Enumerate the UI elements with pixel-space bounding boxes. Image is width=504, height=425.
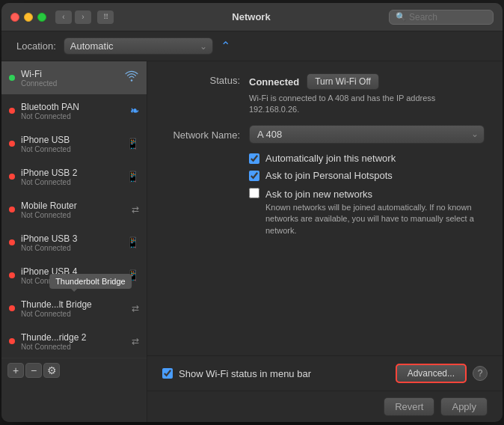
network-status-tb-bridge: Not Connected [21, 310, 126, 318]
status-dot-iphone-usb-2 [9, 174, 15, 180]
network-name-select-wrapper: A 408 [249, 125, 485, 144]
auto-join-checkbox[interactable] [249, 153, 259, 164]
apply-button[interactable]: Apply [440, 397, 488, 416]
personal-hotspot-label: Ask to join Personal Hotspots [265, 170, 393, 181]
status-value: Connected [249, 76, 299, 88]
advanced-button[interactable]: Advanced... [396, 364, 467, 383]
network-status-bt: Not Connected [21, 112, 124, 120]
wifi-off-button[interactable]: Turn Wi-Fi Off [307, 73, 379, 90]
location-arrow-icon: ⌃ [221, 39, 230, 53]
revert-button[interactable]: Revert [384, 397, 434, 416]
network-name-iphone-usb-4: iPhone USB 4 [21, 266, 120, 277]
phone-icon-usb-3: 📱 [126, 236, 139, 248]
forward-button[interactable]: › [75, 10, 91, 24]
help-button[interactable]: ? [473, 366, 488, 381]
sidebar-controls: + − ⚙ [1, 358, 147, 382]
auto-join-row: Automatically join this network [249, 153, 485, 164]
new-networks-row: Ask to join new networks Known networks … [249, 187, 485, 236]
phone-icon-usb-4: 📱 [126, 269, 139, 281]
sidebar-item-iphone-usb-2[interactable]: iPhone USB 2 Not Connected 📱 [1, 160, 147, 193]
network-status-iphone-usb-4: Not Connected [21, 277, 120, 285]
network-name-iphone-usb-2: iPhone USB 2 [21, 168, 120, 178]
sidebar-item-iphone-usb[interactable]: iPhone USB Not Connected 📱 [1, 127, 147, 160]
network-name-bt: Bluetooth PAN [21, 102, 124, 112]
show-wifi-label: Show Wi-Fi status in menu bar [179, 368, 311, 379]
wifi-icon [124, 70, 139, 85]
search-input[interactable] [409, 12, 487, 22]
location-bar: Location: Automatic ⌃ [1, 31, 503, 61]
status-content: Connected Turn Wi-Fi Off Wi-Fi is connec… [249, 73, 458, 116]
checkboxes-section: Automatically join this network Ask to j… [249, 153, 485, 236]
right-area: Status: Connected Turn Wi-Fi Off Wi-Fi i… [147, 61, 503, 422]
search-box[interactable]: 🔍 [389, 10, 494, 25]
sidebar-item-thunderbolt-bridge[interactable]: Thunde...lt Bridge Not Connected Thunder… [1, 292, 147, 325]
network-info-mobile-router: Mobile Router Not Connected [21, 201, 126, 219]
status-dot-bt [9, 108, 15, 114]
network-name-iphone-usb: iPhone USB [21, 135, 120, 145]
remove-network-button[interactable]: − [25, 363, 42, 378]
sidebar-item-iphone-usb-3[interactable]: iPhone USB 3 Not Connected 📱 [1, 226, 147, 259]
network-name-field-label: Network Name: [165, 128, 240, 141]
network-status-wifi: Connected [21, 79, 118, 88]
network-info-iphone-usb-2: iPhone USB 2 Not Connected [21, 168, 120, 186]
route-icon-tb-2: ⇄ [132, 336, 139, 346]
status-dot-iphone-usb [9, 141, 15, 147]
network-name-mobile-router: Mobile Router [21, 201, 126, 211]
sidebar-item-mobile-router[interactable]: Mobile Router Not Connected ⇄ [1, 193, 147, 226]
network-name-row: Network Name: A 408 [165, 125, 485, 144]
status-description: Wi-Fi is connected to A 408 and has the … [249, 93, 458, 116]
network-info-tb-bridge: Thunde...lt Bridge Not Connected [21, 299, 126, 318]
status-dot-wifi [9, 75, 15, 81]
traffic-lights [10, 13, 46, 22]
location-label: Location: [16, 40, 56, 52]
network-info-wifi: Wi-Fi Connected [21, 69, 118, 88]
titlebar: ‹ › ⠿ Network 🔍 [1, 3, 503, 31]
bottom-right: Advanced... ? [396, 364, 488, 383]
back-button[interactable]: ‹ [55, 10, 72, 24]
personal-hotspot-row: Ask to join Personal Hotspots [249, 170, 485, 181]
network-status-mobile-router: Not Connected [21, 211, 126, 219]
network-window: ‹ › ⠿ Network 🔍 Location: Automatic ⌃ Wi… [1, 3, 503, 422]
grid-button[interactable]: ⠿ [97, 10, 114, 24]
phone-icon-usb-2: 📱 [126, 171, 139, 183]
add-network-button[interactable]: + [7, 363, 24, 378]
network-info-tb-bridge-2: Thunde...ridge 2 Not Connected [21, 332, 126, 351]
search-icon: 🔍 [396, 12, 406, 22]
footer-buttons: Revert Apply [147, 391, 503, 422]
status-row: Status: Connected Turn Wi-Fi Off Wi-Fi i… [165, 73, 485, 116]
auto-join-label: Automatically join this network [265, 153, 396, 164]
new-networks-checkbox[interactable] [249, 188, 259, 198]
body-area: Wi-Fi Connected Bluetooth PAN [1, 61, 503, 422]
window-title: Network [114, 11, 389, 22]
settings-button[interactable]: ⚙ [43, 363, 60, 378]
network-status-tb-bridge-2: Not Connected [21, 343, 126, 351]
network-name-tb-bridge: Thunde...lt Bridge [21, 299, 126, 310]
right-panel: Status: Connected Turn Wi-Fi Off Wi-Fi i… [147, 61, 503, 355]
sidebar-item-bluetooth-pan[interactable]: Bluetooth PAN Not Connected ❧ [1, 94, 147, 127]
bluetooth-icon: ❧ [130, 105, 139, 117]
location-select[interactable]: Automatic [64, 37, 213, 55]
status-dot-iphone-usb-4 [9, 272, 15, 278]
status-dot-tb-bridge [9, 305, 15, 311]
personal-hotspot-checkbox[interactable] [249, 171, 259, 181]
status-dot-iphone-usb-3 [9, 239, 15, 245]
network-name-tb-bridge-2: Thunde...ridge 2 [21, 332, 126, 343]
network-name-iphone-usb-3: iPhone USB 3 [21, 233, 120, 244]
network-info-bt: Bluetooth PAN Not Connected [21, 102, 124, 120]
phone-icon-usb: 📱 [126, 138, 139, 150]
network-name-select[interactable]: A 408 [249, 125, 485, 144]
sidebar-item-iphone-usb-4[interactable]: iPhone USB 4 Not Connected 📱 [1, 259, 147, 292]
maximize-button[interactable] [37, 13, 46, 22]
status-dot-tb-bridge-2 [9, 338, 15, 344]
route-icon-tb: ⇄ [132, 303, 139, 314]
new-networks-label: Ask to join new networks [265, 189, 372, 200]
minimize-button[interactable] [24, 13, 33, 22]
close-button[interactable] [10, 13, 19, 22]
sidebar-item-thunderbolt-bridge-2[interactable]: Thunde...ridge 2 Not Connected ⇄ [1, 325, 147, 358]
location-select-wrapper: Automatic [64, 37, 213, 55]
show-wifi-checkbox[interactable] [162, 368, 173, 379]
sidebar-item-wifi[interactable]: Wi-Fi Connected [1, 61, 147, 94]
new-networks-desc: Known networks will be joined automatica… [265, 202, 475, 236]
sidebar: Wi-Fi Connected Bluetooth PAN [1, 61, 147, 422]
status-line: Connected Turn Wi-Fi Off [249, 73, 458, 90]
